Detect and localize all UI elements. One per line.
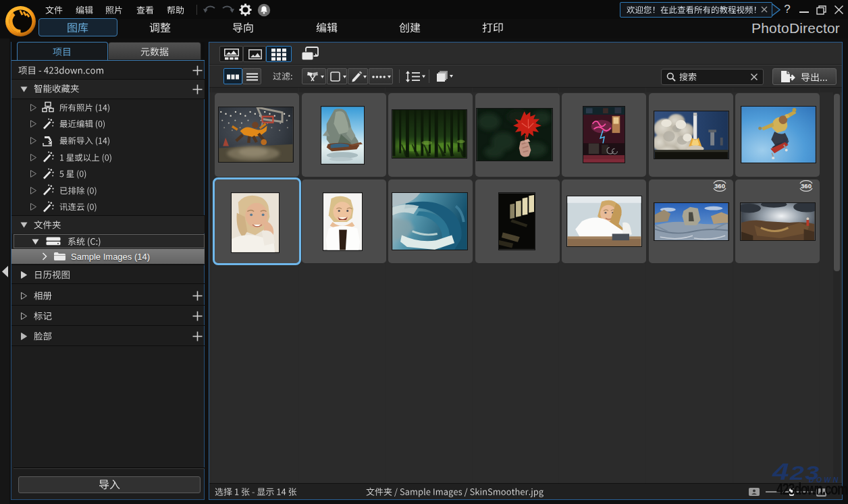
svg-text:360: 360 xyxy=(714,182,725,190)
svg-text:360: 360 xyxy=(801,182,812,190)
